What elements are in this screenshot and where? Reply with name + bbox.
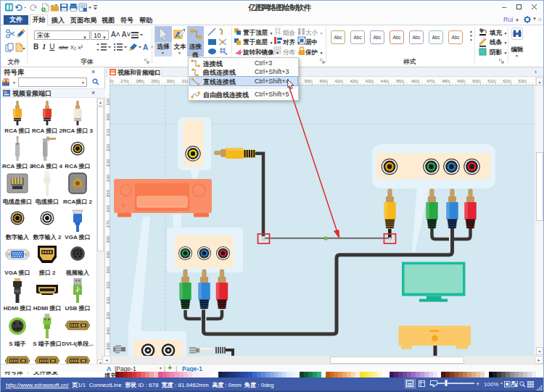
svg-text:280: 280 [106, 235, 110, 243]
svg-text:250: 250 [106, 189, 110, 197]
svg-text:520: 520 [503, 79, 511, 83]
svg-text:460: 460 [411, 79, 419, 83]
svg-text:A: A [143, 43, 148, 51]
svg-text:200: 200 [106, 113, 110, 121]
svg-text:300: 300 [166, 79, 174, 83]
svg-text:HD: HD [15, 290, 20, 293]
svg-text:440: 440 [381, 79, 389, 83]
svg-text:340: 340 [106, 327, 110, 335]
svg-text:450: 450 [396, 79, 404, 83]
svg-text:510: 510 [487, 79, 495, 83]
svg-text:480: 480 [442, 79, 450, 83]
svg-text:500: 500 [472, 79, 480, 83]
svg-text:280: 280 [136, 79, 144, 83]
svg-text:260: 260 [106, 204, 110, 212]
svg-text:470: 470 [426, 79, 434, 83]
svg-text:490: 490 [457, 79, 465, 83]
svg-text:330: 330 [106, 312, 110, 320]
svg-text:290: 290 [106, 251, 110, 259]
svg-text:220: 220 [106, 143, 110, 151]
svg-text:230: 230 [106, 159, 110, 167]
svg-text:310: 310 [106, 281, 110, 289]
svg-text:270: 270 [106, 220, 110, 228]
svg-text:210: 210 [106, 128, 110, 136]
svg-text:430: 430 [365, 79, 373, 83]
svg-text:240: 240 [106, 174, 110, 182]
svg-text:320: 320 [106, 296, 110, 304]
svg-text:420: 420 [350, 79, 358, 83]
svg-text:350: 350 [106, 342, 110, 350]
svg-text:190: 190 [106, 98, 110, 106]
svg-text:300: 300 [106, 266, 110, 274]
svg-text:530: 530 [518, 79, 526, 83]
svg-text:270: 270 [120, 79, 128, 83]
svg-text:290: 290 [151, 79, 159, 83]
